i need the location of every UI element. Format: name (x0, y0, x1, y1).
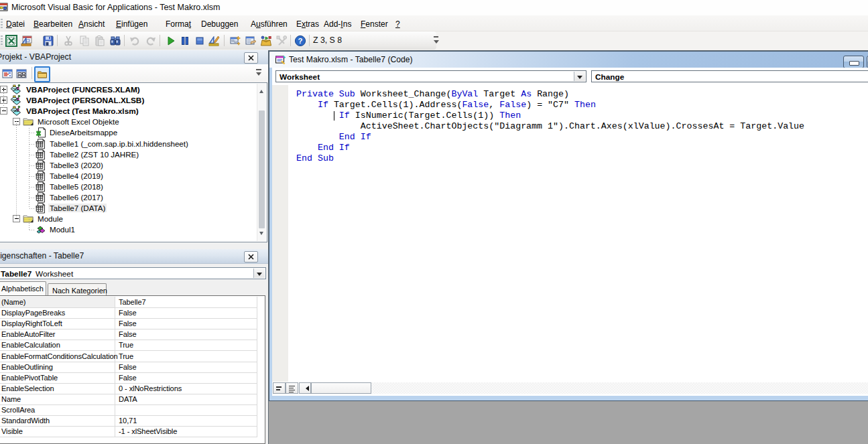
undo-button[interactable] (128, 34, 141, 48)
property-row[interactable]: DisplayRightToLeftFalse (0, 318, 257, 329)
project-icon (10, 84, 21, 95)
combo-dropdown-icon[interactable] (574, 72, 585, 81)
tree-item[interactable]: VBAProject (FUNCRES.XLAM) (0, 84, 254, 95)
property-row[interactable]: EnableOutliningFalse (0, 362, 257, 373)
redo-button[interactable] (144, 34, 158, 48)
procedure-view-button[interactable] (273, 382, 286, 394)
menu-debuggen[interactable]: Debuggen (198, 18, 241, 30)
selected-object-type: Worksheet (36, 269, 73, 279)
app-icon (0, 2, 9, 13)
run-button[interactable] (164, 34, 178, 48)
scroll-up-icon[interactable] (259, 88, 263, 93)
tree-item[interactable]: DieseArbeitsmappe (0, 127, 254, 138)
copy-button[interactable] (78, 34, 91, 48)
procedure-combobox[interactable]: Change (591, 70, 868, 82)
property-row[interactable]: ScrollArea (0, 404, 257, 416)
project-tree: VBAProject (FUNCRES.XLAM)VBAProject (PER… (0, 82, 267, 242)
menu-fenster[interactable]: Fenster (358, 18, 391, 30)
tree-item[interactable]: Tabelle4 (2019) (0, 171, 254, 181)
property-row[interactable]: EnablePivotTableFalse (0, 372, 257, 384)
save-button[interactable] (42, 34, 55, 48)
property-row[interactable]: EnableCalculationTrue (0, 340, 257, 351)
menu-hilfe[interactable]: ? (393, 18, 403, 30)
menu-datei[interactable]: Datei (3, 18, 27, 30)
toolbar-drag-handle[interactable] (1, 35, 3, 46)
help-button[interactable] (294, 34, 307, 48)
toolbar-overflow-button[interactable] (432, 33, 440, 48)
property-row[interactable]: (Name)Tabelle7 (0, 297, 257, 308)
design-mode-button[interactable] (207, 34, 221, 48)
margin-indicator-bar (272, 85, 288, 382)
tree-item[interactable]: Tabelle7 (DATA) (0, 203, 254, 214)
insert-userform-button[interactable] (19, 34, 33, 48)
horizontal-scrollbar-thumb[interactable] (311, 382, 371, 394)
project-toolbar-overflow[interactable] (254, 67, 264, 79)
menu-format[interactable]: Format (163, 18, 194, 30)
tree-item[interactable]: Module (0, 214, 254, 224)
tree-item[interactable]: VBAProject (PERSONAL.XLSB) (0, 95, 254, 106)
module-icon (36, 224, 47, 235)
tree-item[interactable]: Tabelle3 (2020) (0, 160, 254, 171)
scroll-down-icon[interactable] (259, 232, 263, 237)
project-panel-close-button[interactable] (244, 52, 258, 64)
full-module-view-button[interactable] (286, 382, 298, 394)
tree-item[interactable]: Tabelle5 (2018) (0, 181, 254, 192)
tree-item[interactable]: Modul1 (0, 224, 254, 235)
tree-item[interactable]: Tabelle2 (ZST 10 JAHRE) (0, 149, 254, 160)
project-panel-titlebar: Projekt - VBAProject (0, 50, 268, 65)
horizontal-scrollbar[interactable] (299, 382, 868, 394)
tree-item[interactable]: Tabelle6 (2017) (0, 192, 254, 203)
code-window: Test Makro.xlsm - Tabelle7 (Code) Worksh… (269, 51, 868, 401)
object-combobox[interactable]: Worksheet (275, 70, 586, 82)
tree-item[interactable]: Tabelle1 (_com.sap.ip.bi.xl.hiddensheet) (0, 139, 254, 149)
property-row[interactable]: NameDATA (0, 394, 257, 405)
property-row[interactable]: DisplayPageBreaksFalse (0, 307, 257, 319)
property-row[interactable]: StandardWidth10,71 (0, 415, 257, 427)
view-excel-button[interactable] (5, 34, 18, 48)
menu-ansicht[interactable]: Ansicht (76, 18, 107, 30)
menu-extras[interactable]: Extras (294, 18, 322, 30)
view-code-button[interactable] (2, 68, 13, 79)
project-panel-title: Projekt - VBAProject (0, 52, 71, 62)
find-button[interactable] (109, 34, 122, 48)
toolbox-button[interactable] (275, 34, 288, 48)
properties-object-combobox[interactable]: Tabelle7 Worksheet (0, 267, 266, 279)
code-window-minimize-button[interactable] (843, 56, 864, 68)
view-object-button[interactable] (16, 68, 27, 79)
menu-bearbeiten[interactable]: Bearbeiten (31, 18, 75, 30)
object-browser-button[interactable] (259, 34, 273, 48)
code-window-titlebar: Test Makro.xlsm - Tabelle7 (Code) (269, 52, 868, 68)
folder-icon (37, 69, 48, 80)
close-icon (248, 254, 254, 260)
paste-button[interactable] (93, 34, 107, 48)
properties-panel-close-button[interactable] (244, 251, 258, 263)
tree-item[interactable]: VBAProject (Test Makro.xlsm) (0, 106, 254, 117)
properties-window-button[interactable] (244, 34, 257, 48)
project-explorer-button[interactable] (229, 34, 242, 48)
tree-item[interactable]: Microsoft Excel Objekte (0, 117, 254, 127)
scroll-left-icon[interactable] (299, 382, 311, 394)
code-window-body: Worksheet Change Private Sub Worksheet_C… (272, 68, 868, 396)
combo-dropdown-icon[interactable] (253, 269, 265, 278)
tab-nach-kategorien[interactable]: Nach Kategorien (48, 283, 107, 295)
property-row[interactable]: EnableAutoFilterFalse (0, 329, 257, 340)
break-button[interactable] (178, 34, 192, 48)
scrollbar-thumb[interactable] (259, 110, 265, 228)
cut-button[interactable] (62, 34, 75, 48)
standard-toolbar: Z 3, S 8 (0, 31, 868, 51)
property-row[interactable]: Visible-1 - xlSheetVisible (0, 426, 257, 437)
selected-object-name: Tabelle7 (1, 269, 32, 279)
tab-alphabetisch[interactable]: Alphabetisch (0, 281, 46, 295)
menu-einfuegen[interactable]: Einfügen (113, 18, 150, 30)
property-row[interactable]: EnableSelection0 - xlNoRestrictions (0, 383, 257, 394)
property-row[interactable]: EnableFormatConditionsCalculationTrue (0, 351, 257, 362)
menu-addins[interactable]: Add-Ins (321, 18, 354, 30)
reset-button[interactable] (193, 34, 206, 48)
project-tree-scrollbar[interactable] (257, 84, 266, 241)
mdi-background: Test Makro.xlsm - Tabelle7 (Code) Worksh… (268, 50, 868, 444)
code-editor[interactable]: Private Sub Worksheet_Change(ByVal Targe… (272, 85, 868, 382)
menubar-drag-handle[interactable] (1, 19, 3, 28)
menu-ausfuehren[interactable]: Ausführen (248, 18, 290, 30)
vba-editor-window: Microsoft Visual Basic for Applications … (0, 0, 868, 444)
toggle-folders-button[interactable] (34, 66, 50, 82)
